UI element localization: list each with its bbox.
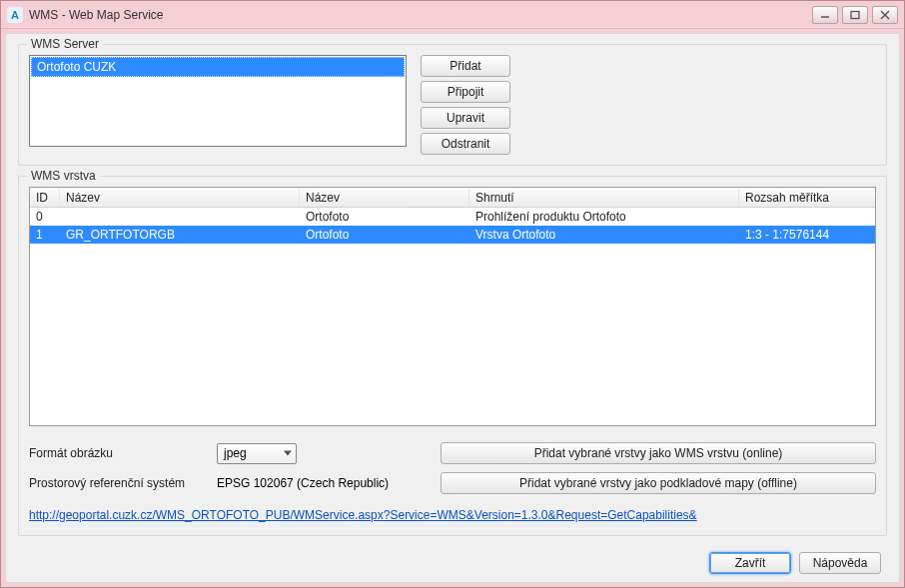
cell-summary: Prohlížení produktu Ortofoto — [469, 209, 739, 225]
close-dialog-button[interactable]: Zavřít — [709, 552, 791, 574]
cell-scale — [739, 216, 875, 218]
wms-server-legend: WMS Server — [27, 37, 103, 51]
cell-name2: Ortofoto — [300, 227, 469, 243]
col-summary[interactable]: Shrnutí — [469, 189, 739, 207]
help-button[interactable]: Nápověda — [799, 552, 881, 574]
wms-layer-legend: WMS vrstva — [27, 169, 100, 183]
wms-layer-group: WMS vrstva ID Název Název Shrnutí Rozsah… — [18, 176, 887, 536]
cell-id: 0 — [30, 209, 60, 225]
titlebar[interactable]: A WMS - Web Map Service — [1, 1, 904, 29]
remove-server-button[interactable]: Odstranit — [421, 133, 510, 155]
dialog-window: A WMS - Web Map Service WMS Server Ortof… — [0, 0, 905, 588]
dialog-footer: Zavřít Nápověda — [18, 546, 887, 574]
add-layers-offline-button[interactable]: Přidat vybrané vrstvy jako podkladové ma… — [441, 472, 876, 494]
cell-name1 — [60, 216, 300, 218]
image-format-value: jpeg — [224, 446, 247, 460]
cell-name1: GR_ORTFOTORGB — [60, 227, 300, 243]
add-server-button[interactable]: Přidat — [421, 55, 510, 77]
srs-value: EPSG 102067 (Czech Republic) — [217, 476, 389, 490]
table-row[interactable]: 1 GR_ORTFOTORGB Ortofoto Vrstva Ortofoto… — [30, 226, 875, 244]
image-format-label: Formát obrázku — [29, 446, 217, 460]
app-icon: A — [7, 7, 23, 23]
table-row[interactable]: 0 Ortofoto Prohlížení produktu Ortofoto — [30, 208, 875, 226]
col-name1[interactable]: Název — [60, 189, 300, 207]
minimize-button[interactable] — [812, 6, 838, 24]
server-list-item[interactable]: Ortofoto CUZK — [31, 57, 405, 77]
edit-server-button[interactable]: Upravit — [421, 107, 510, 129]
image-format-combo[interactable]: jpeg — [217, 443, 297, 464]
window-controls — [812, 6, 898, 24]
add-layers-online-button[interactable]: Přidat vybrané vrstvy jako WMS vrstvu (o… — [441, 442, 876, 464]
cell-id: 1 — [30, 227, 60, 243]
cell-name2: Ortofoto — [300, 209, 469, 225]
server-listbox[interactable]: Ortofoto CUZK — [29, 55, 407, 147]
col-id[interactable]: ID — [30, 189, 60, 207]
col-scale[interactable]: Rozsah měřítka — [739, 189, 875, 207]
svg-rect-1 — [851, 11, 859, 18]
wms-server-group: WMS Server Ortofoto CUZK Přidat Připojit… — [18, 44, 887, 166]
srs-label: Prostorový referenční systém — [29, 476, 217, 490]
maximize-button[interactable] — [842, 6, 868, 24]
capabilities-url-link[interactable]: http://geoportal.cuzk.cz/WMS_ORTOFOTO_PU… — [29, 508, 697, 522]
client-area: WMS Server Ortofoto CUZK Přidat Připojit… — [5, 33, 900, 583]
cell-summary: Vrstva Ortofoto — [469, 227, 739, 243]
cell-scale: 1:3 - 1:7576144 — [739, 227, 875, 243]
chevron-down-icon — [284, 451, 292, 456]
connect-server-button[interactable]: Připojit — [421, 81, 510, 103]
layers-table[interactable]: ID Název Název Shrnutí Rozsah měřítka 0 … — [29, 187, 876, 426]
window-title: WMS - Web Map Service — [29, 8, 163, 22]
layers-table-header: ID Název Název Shrnutí Rozsah měřítka — [30, 188, 875, 208]
col-name2[interactable]: Název — [300, 189, 469, 207]
close-button[interactable] — [872, 6, 898, 24]
